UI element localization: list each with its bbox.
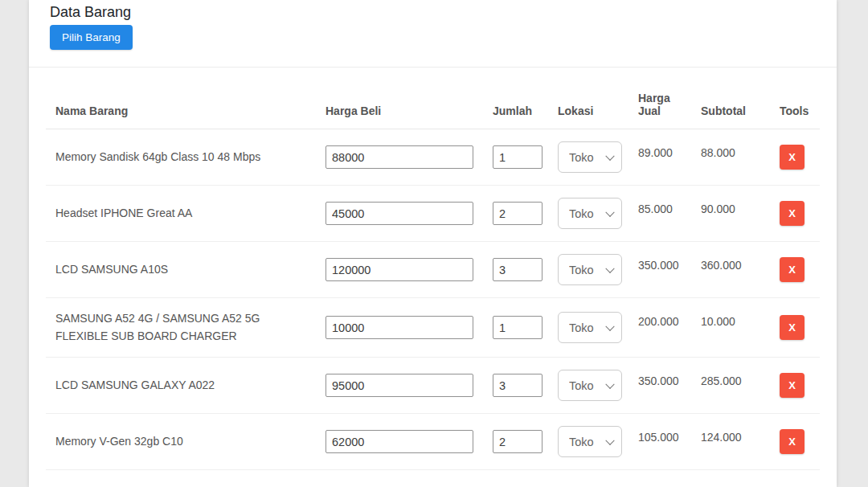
delete-row-button[interactable]: X — [780, 145, 805, 170]
delete-row-button[interactable]: X — [780, 257, 805, 282]
harga-beli-input[interactable] — [326, 316, 473, 339]
lokasi-select[interactable]: Toko — [558, 254, 622, 285]
lokasi-select[interactable]: Toko — [558, 141, 622, 173]
harga-beli-input[interactable] — [326, 430, 473, 453]
grand-total-value: 957.000 — [691, 470, 770, 487]
col-header-harga-jual: Harga Jual — [628, 68, 691, 129]
harga-jual-value: 350.000 — [628, 358, 691, 414]
table-row: Headset IPHONE Great AA Toko 85.000 90.0… — [46, 186, 820, 242]
item-name: Memory Sandisk 64gb Class 10 48 Mbps — [46, 129, 316, 186]
col-header-lokasi: Lokasi — [548, 68, 628, 129]
table-row: Memory Sandisk 64gb Class 10 48 Mbps Tok… — [46, 129, 820, 186]
harga-jual-value: 200.000 — [628, 298, 691, 358]
delete-row-button[interactable]: X — [780, 429, 805, 454]
subtotal-value: 90.000 — [691, 186, 770, 242]
harga-beli-input[interactable] — [326, 258, 473, 281]
jumlah-input[interactable] — [493, 374, 542, 397]
delete-row-button[interactable]: X — [780, 315, 805, 340]
data-barang-card: Data Barang Pilih Barang Nama Barang Har… — [29, 0, 837, 487]
item-name: LCD SAMSUNG GALAXY A022 — [46, 358, 316, 414]
lokasi-select[interactable]: Toko — [558, 370, 622, 401]
harga-jual-value: 85.000 — [628, 186, 691, 242]
items-table-wrap: Nama Barang Harga Beli Jumlah Lokasi Har… — [29, 68, 837, 487]
lokasi-select[interactable]: Toko — [558, 312, 622, 343]
col-header-jumlah: Jumlah — [483, 68, 548, 129]
subtotal-value: 124.000 — [691, 414, 770, 470]
item-name: Headset IPHONE Great AA — [46, 186, 316, 242]
table-row: LCD SAMSUNG A10S Toko 350.000 360.000 X — [46, 242, 820, 298]
grand-total-row: Grand Total : 957.000 — [46, 470, 820, 487]
item-name: Memory V-Gen 32gb C10 — [46, 414, 316, 470]
subtotal-value: 10.000 — [691, 298, 770, 358]
jumlah-input[interactable] — [493, 430, 542, 453]
harga-jual-value: 350.000 — [628, 242, 691, 298]
delete-row-button[interactable]: X — [780, 201, 805, 226]
subtotal-value: 360.000 — [691, 242, 770, 298]
page-title: Data Barang — [50, 4, 816, 21]
jumlah-input[interactable] — [493, 202, 542, 225]
harga-jual-value: 89.000 — [628, 129, 691, 186]
jumlah-input[interactable] — [493, 145, 542, 169]
harga-beli-input[interactable] — [326, 374, 473, 397]
item-name: SAMSUNG A52 4G / SAMSUNG A52 5G FLEXIBLE… — [46, 298, 316, 358]
card-header: Data Barang Pilih Barang — [29, 0, 837, 68]
lokasi-select[interactable]: Toko — [558, 198, 622, 229]
delete-row-button[interactable]: X — [780, 373, 805, 398]
table-row: SAMSUNG A52 4G / SAMSUNG A52 5G FLEXIBLE… — [46, 298, 820, 358]
harga-jual-value: 105.000 — [628, 414, 691, 470]
col-header-harga-beli: Harga Beli — [316, 68, 483, 129]
pilih-barang-button[interactable]: Pilih Barang — [50, 25, 133, 50]
subtotal-value: 88.000 — [691, 129, 770, 186]
jumlah-input[interactable] — [493, 316, 542, 339]
items-table: Nama Barang Harga Beli Jumlah Lokasi Har… — [46, 68, 820, 487]
item-name: LCD SAMSUNG A10S — [46, 242, 316, 298]
jumlah-input[interactable] — [493, 258, 542, 281]
table-row: Memory V-Gen 32gb C10 Toko 105.000 124.0… — [46, 414, 820, 470]
col-header-nama-barang: Nama Barang — [46, 68, 316, 129]
harga-beli-input[interactable] — [326, 145, 473, 169]
col-header-tools: Tools — [770, 68, 820, 129]
lokasi-select[interactable]: Toko — [558, 426, 622, 457]
harga-beli-input[interactable] — [326, 202, 473, 225]
col-header-subtotal: Subtotal — [691, 68, 770, 129]
grand-total-label: Grand Total : — [628, 470, 691, 487]
table-header-row: Nama Barang Harga Beli Jumlah Lokasi Har… — [46, 68, 820, 129]
subtotal-value: 285.000 — [691, 358, 770, 414]
table-row: LCD SAMSUNG GALAXY A022 Toko 350.000 285… — [46, 358, 820, 414]
